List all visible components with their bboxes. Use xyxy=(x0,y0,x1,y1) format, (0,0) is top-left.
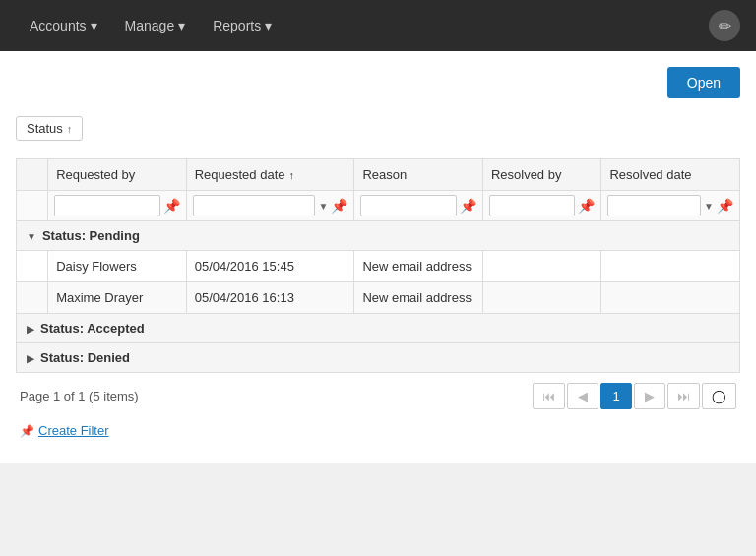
navbar-reports-label: Reports xyxy=(213,18,261,33)
status-filter-badge[interactable]: Status ↑ xyxy=(16,116,83,141)
navbar: Accounts ▾ Manage ▾ Reports ▾ ✏ xyxy=(0,0,756,51)
group-toggle[interactable]: ▼ xyxy=(27,231,36,242)
table-row: Daisy Flowers05/04/2016 15:45New email a… xyxy=(17,251,740,282)
col-label-resolved-date: Resolved date xyxy=(609,167,691,182)
navbar-manage-caret: ▾ xyxy=(178,18,185,33)
navbar-manage-label: Manage xyxy=(125,18,175,33)
page-current-button[interactable]: 1 xyxy=(600,383,632,409)
table-group-row: ▼Status: Pending xyxy=(17,221,740,251)
navbar-accounts[interactable]: Accounts ▾ xyxy=(16,0,111,51)
cell-check xyxy=(17,282,48,314)
cell-resolved-date xyxy=(601,282,740,314)
requested-date-sort-icon: ↑ xyxy=(288,169,294,181)
data-table: Requested by Requested date ↑ Reason xyxy=(16,158,740,373)
navbar-manage[interactable]: Manage ▾ xyxy=(111,0,200,51)
col-header-reason: Reason xyxy=(354,159,483,191)
table-row: Maxime Drayer05/04/2016 16:13New email a… xyxy=(17,282,740,314)
group-toggle[interactable]: ▶ xyxy=(27,353,34,364)
col-label-reason: Reason xyxy=(362,167,407,182)
table-header-row: Requested by Requested date ↑ Reason xyxy=(17,159,740,191)
filter-cell-requested-by: 📌 xyxy=(48,191,187,221)
filter-cell-resolved-by: 📌 xyxy=(482,191,600,221)
cell-check xyxy=(17,251,48,282)
cell-requested-by: Daisy Flowers xyxy=(48,251,187,282)
filter-pin-reason[interactable]: 📌 xyxy=(460,198,476,214)
col-label-requested-by: Requested by xyxy=(56,167,135,182)
filter-dropdown-resolved-date: ▼ xyxy=(704,201,714,212)
cell-requested-by: Maxime Drayer xyxy=(48,282,187,314)
pagination-buttons: ⏮ ◀ 1 ▶ ⏭ ◯ xyxy=(533,383,736,409)
filter-cell-check xyxy=(17,191,48,221)
filter-dropdown-requested-date: ▼ xyxy=(318,201,328,212)
filter-cell-resolved-date: ▼ 📌 xyxy=(601,191,740,221)
table-group-row: ▶Status: Denied xyxy=(17,343,740,373)
table-group-row: ▶Status: Accepted xyxy=(17,314,740,343)
navbar-reports[interactable]: Reports ▾ xyxy=(199,0,285,51)
col-header-requested-by: Requested by xyxy=(48,159,187,191)
open-button[interactable]: Open xyxy=(667,67,740,98)
filter-pin-requested-date[interactable]: 📌 xyxy=(331,198,347,214)
group-toggle[interactable]: ▶ xyxy=(27,324,34,335)
page-refresh-button[interactable]: ◯ xyxy=(702,383,736,409)
user-icon[interactable]: ✏ xyxy=(709,10,740,41)
navbar-reports-caret: ▾ xyxy=(265,18,272,33)
create-filter-icon: 📌 xyxy=(20,424,34,438)
col-label-requested-date: Requested date xyxy=(195,167,285,182)
group-label: Status: Pending xyxy=(42,228,140,243)
cell-resolved-date xyxy=(601,251,740,282)
status-filter-row: Status ↑ xyxy=(16,110,740,147)
status-sort-icon: ↑ xyxy=(67,123,73,135)
filter-cell-requested-date: ▼ 📌 xyxy=(186,191,354,221)
filter-input-resolved-date[interactable] xyxy=(607,195,701,216)
page-last-button[interactable]: ⏭ xyxy=(667,383,700,409)
cell-reason: New email address xyxy=(354,282,483,314)
col-header-resolved-by: Resolved by xyxy=(482,159,600,191)
page-next-button[interactable]: ▶ xyxy=(634,383,665,409)
filter-cell-reason: 📌 xyxy=(354,191,483,221)
filter-pin-resolved-date[interactable]: 📌 xyxy=(717,198,733,214)
col-label-resolved-by: Resolved by xyxy=(491,167,562,182)
filter-input-requested-date[interactable] xyxy=(193,195,316,216)
navbar-right: ✏ xyxy=(709,10,740,41)
cell-reason: New email address xyxy=(354,251,483,282)
page-info: Page 1 of 1 (5 items) xyxy=(20,389,139,403)
col-header-requested-date[interactable]: Requested date ↑ xyxy=(186,159,354,191)
cell-resolved-by xyxy=(482,282,600,314)
group-label: Status: Accepted xyxy=(40,321,145,336)
filter-input-resolved-by[interactable] xyxy=(489,195,575,216)
filter-pin-requested-by[interactable]: 📌 xyxy=(163,198,180,214)
col-header-resolved-date: Resolved date xyxy=(601,159,740,191)
page-prev-button[interactable]: ◀ xyxy=(567,383,598,409)
page-first-button[interactable]: ⏮ xyxy=(533,383,565,409)
open-btn-row: Open xyxy=(16,67,740,98)
cell-requested-date: 05/04/2016 16:13 xyxy=(186,282,354,314)
group-label: Status: Denied xyxy=(40,350,130,365)
status-filter-label: Status xyxy=(27,121,63,136)
filter-input-requested-by[interactable] xyxy=(54,195,160,216)
table-filter-row: 📌 ▼ 📌 📌 xyxy=(17,191,740,221)
table-body: ▼Status: PendingDaisy Flowers05/04/2016 … xyxy=(17,221,740,373)
filter-input-reason[interactable] xyxy=(360,195,457,216)
col-header-check xyxy=(17,159,48,191)
create-filter-row: 📌 Create Filter xyxy=(16,413,740,448)
navbar-accounts-label: Accounts xyxy=(30,18,87,33)
navbar-accounts-caret: ▾ xyxy=(91,18,97,33)
cell-requested-date: 05/04/2016 15:45 xyxy=(186,251,354,282)
filter-pin-resolved-by[interactable]: 📌 xyxy=(578,198,595,214)
cell-resolved-by xyxy=(482,251,600,282)
pagination-row: Page 1 of 1 (5 items) ⏮ ◀ 1 ▶ ⏭ ◯ xyxy=(16,373,740,413)
create-filter-link[interactable]: Create Filter xyxy=(38,423,109,438)
main-content: Open Status ↑ Requested by Requested dat… xyxy=(0,51,756,463)
